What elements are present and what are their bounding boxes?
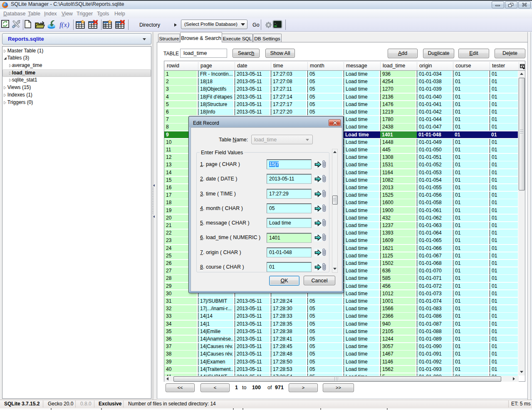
svg-text:>_: >_ [275, 22, 278, 25]
